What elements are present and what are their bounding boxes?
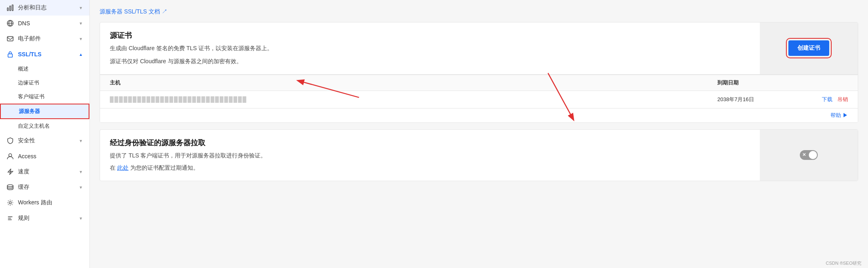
sidebar-item-dns[interactable]: DNS ▼ bbox=[0, 16, 89, 31]
origin-cert-action-area: 创建证书 bbox=[760, 22, 858, 74]
help-row: 帮助 ▶ bbox=[100, 108, 858, 122]
auth-pull-card-body: 经过身份验证的源服务器拉取 提供了 TLS 客户端证书，用于对源服务器拉取进行身… bbox=[100, 130, 760, 181]
ssl-tls-doc-link[interactable]: 源服务器 SSL/TLS 文档 ↗ bbox=[100, 8, 167, 16]
chevron-down-icon: ▼ bbox=[79, 170, 83, 174]
sidebar-item-speed[interactable]: 速度 ▼ bbox=[0, 164, 89, 179]
table-header: 主机 到期日期 bbox=[100, 75, 858, 91]
revoke-link[interactable]: 吊销 bbox=[837, 96, 848, 103]
cert-expire-value: 2038年7月16日 bbox=[717, 96, 799, 103]
sidebar-item-label: 电子邮件 bbox=[18, 35, 41, 42]
toggle-track[interactable]: ✕ bbox=[800, 150, 818, 160]
chevron-down-icon: ▼ bbox=[79, 139, 83, 143]
lightning-icon bbox=[7, 168, 14, 175]
auth-pull-layout: 经过身份验证的源服务器拉取 提供了 TLS 客户端证书，用于对源服务器拉取进行身… bbox=[100, 130, 858, 181]
toggle-x-icon: ✕ bbox=[802, 152, 806, 157]
sidebar: 分析和日志 ▼ DNS ▼ 电子邮件 ▼ SSL/TLS ▲ 概述 边缘证书 客… bbox=[0, 0, 90, 268]
auth-pull-desc2-prefix: 在 bbox=[110, 164, 116, 171]
svg-rect-2 bbox=[12, 5, 13, 11]
bottom-bar: CSDN ®SEO研究 bbox=[826, 260, 861, 266]
lock-icon bbox=[7, 51, 14, 58]
person-icon bbox=[7, 153, 14, 160]
email-icon bbox=[7, 35, 14, 42]
svg-rect-1 bbox=[10, 6, 11, 11]
cert-table: 主机 到期日期 ██████████████████████████████ 2… bbox=[100, 74, 858, 108]
sidebar-item-label: 安全性 bbox=[18, 137, 35, 144]
shield-icon bbox=[7, 137, 14, 144]
chevron-down-icon: ▼ bbox=[79, 37, 83, 41]
svg-point-8 bbox=[9, 202, 11, 204]
origin-cert-card-layout: 源证书 生成由 Cloudflare 签名的免费 TLS 证书，以安装在源服务器… bbox=[100, 22, 858, 74]
sidebar-item-label: Access bbox=[18, 153, 36, 159]
sidebar-item-rules[interactable]: 规则 ▼ bbox=[0, 210, 89, 226]
svg-rect-5 bbox=[8, 54, 13, 57]
auth-pull-desc1: 提供了 TLS 客户端证书，用于对源服务器拉取进行身份验证。 bbox=[110, 151, 750, 160]
workers-icon bbox=[7, 199, 14, 206]
help-link[interactable]: 帮助 ▶ bbox=[830, 112, 848, 119]
chevron-down-icon: ▼ bbox=[79, 6, 83, 10]
main-content: 源服务器 SSL/TLS 文档 ↗ 源证书 生成由 Cloudflare 签名的… bbox=[90, 0, 868, 268]
auth-pull-action-area: ✕ bbox=[760, 130, 858, 181]
download-link[interactable]: 下载 bbox=[822, 96, 832, 103]
dns-icon bbox=[7, 20, 14, 27]
sidebar-item-ssl[interactable]: SSL/TLS ▲ bbox=[0, 47, 89, 62]
col-actions bbox=[799, 79, 848, 86]
chart-icon bbox=[7, 4, 14, 11]
table-row: ██████████████████████████████ 2038年7月16… bbox=[100, 91, 858, 108]
ssl-sub-origin-server[interactable]: 源服务器 bbox=[0, 104, 89, 119]
svg-point-7 bbox=[7, 185, 13, 187]
sidebar-item-label: 缓存 bbox=[18, 184, 29, 191]
cert-host-value: ██████████████████████████████ bbox=[110, 96, 717, 102]
svg-rect-4 bbox=[7, 37, 13, 41]
auth-pull-toggle[interactable]: ✕ bbox=[800, 150, 818, 160]
create-cert-button[interactable]: 创建证书 bbox=[788, 40, 829, 56]
rules-icon bbox=[7, 215, 14, 222]
sidebar-item-label: Workers 路由 bbox=[18, 199, 52, 206]
origin-cert-card: 源证书 生成由 Cloudflare 签名的免费 TLS 证书，以安装在源服务器… bbox=[100, 22, 858, 123]
ssl-sub-overview[interactable]: 概述 bbox=[0, 62, 89, 76]
auth-pull-desc2-suffix: 为您的证书配置过期通知。 bbox=[130, 164, 199, 171]
chevron-down-icon: ▼ bbox=[79, 21, 83, 26]
toggle-thumb bbox=[809, 151, 817, 159]
col-expire: 到期日期 bbox=[717, 79, 799, 86]
storage-icon bbox=[7, 184, 14, 191]
sidebar-item-email[interactable]: 电子邮件 ▼ bbox=[0, 31, 89, 47]
sidebar-item-workers[interactable]: Workers 路由 bbox=[0, 195, 89, 210]
sidebar-item-label: 分析和日志 bbox=[18, 4, 47, 11]
sidebar-item-access[interactable]: Access bbox=[0, 148, 89, 164]
origin-cert-card-body: 源证书 生成由 Cloudflare 签名的免费 TLS 证书，以安装在源服务器… bbox=[100, 22, 760, 74]
sidebar-item-label: DNS bbox=[18, 20, 30, 27]
ssl-sub-edge-cert[interactable]: 边缘证书 bbox=[0, 76, 89, 90]
auth-pull-desc2: 在 此处 为您的证书配置过期通知。 bbox=[110, 163, 750, 172]
auth-pull-here-link[interactable]: 此处 bbox=[117, 164, 129, 171]
sidebar-item-label: SSL/TLS bbox=[18, 51, 42, 58]
sidebar-item-analytics[interactable]: 分析和日志 ▼ bbox=[0, 0, 89, 16]
svg-point-6 bbox=[9, 154, 11, 157]
ssl-sub-client-cert[interactable]: 客户端证书 bbox=[0, 90, 89, 104]
col-host: 主机 bbox=[110, 79, 717, 86]
sidebar-item-label: 规则 bbox=[18, 215, 29, 222]
chevron-down-icon: ▼ bbox=[79, 185, 83, 190]
auth-pull-card: 经过身份验证的源服务器拉取 提供了 TLS 客户端证书，用于对源服务器拉取进行身… bbox=[100, 129, 858, 181]
table-row-actions: 下载 吊销 bbox=[799, 96, 848, 103]
chevron-up-icon: ▲ bbox=[79, 52, 83, 57]
auth-pull-title: 经过身份验证的源服务器拉取 bbox=[110, 138, 750, 148]
chevron-down-icon: ▼ bbox=[79, 216, 83, 221]
ssl-sub-custom-host[interactable]: 自定义主机名 bbox=[0, 119, 89, 133]
origin-cert-desc1: 生成由 Cloudflare 签名的免费 TLS 证书，以安装在源服务器上。 bbox=[110, 44, 750, 53]
origin-cert-title: 源证书 bbox=[110, 31, 750, 40]
svg-rect-0 bbox=[7, 8, 9, 11]
sidebar-item-label: 速度 bbox=[18, 168, 29, 175]
origin-cert-desc2: 源证书仅对 Cloudflare 与源服务器之间的加密有效。 bbox=[110, 57, 750, 66]
sidebar-item-cache[interactable]: 缓存 ▼ bbox=[0, 179, 89, 195]
sidebar-item-security[interactable]: 安全性 ▼ bbox=[0, 133, 89, 148]
